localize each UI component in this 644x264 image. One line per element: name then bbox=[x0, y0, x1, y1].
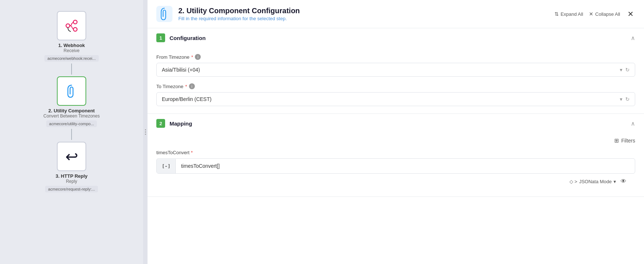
collapse-all-label: Collapse All bbox=[595, 11, 620, 17]
section-mapping-header-left: 2 Mapping bbox=[156, 119, 192, 128]
filters-label: Filters bbox=[621, 138, 635, 144]
section-configuration-header[interactable]: 1 Configuration ∧ bbox=[148, 28, 644, 47]
section-number-1: 1 bbox=[156, 33, 165, 42]
node-box-utility[interactable] bbox=[57, 76, 86, 106]
mapping-type-badge: [-] bbox=[157, 159, 176, 173]
section-configuration: 1 Configuration ∧ From Timezone * i Asia… bbox=[148, 28, 644, 114]
node-box-webhook[interactable] bbox=[57, 11, 86, 40]
node-badge-webhook: acmecore/webhook:recei... bbox=[44, 55, 98, 62]
section-body-configuration: From Timezone * i Asia/Tbilisi (+04) ▾ ↻… bbox=[148, 54, 644, 113]
utility-icon bbox=[66, 84, 77, 98]
form-group-to-timezone: To Timezone * i Europe/Berlin (CEST) ▾ ↻ bbox=[156, 83, 635, 106]
svg-point-1 bbox=[73, 20, 77, 24]
expand-all-button[interactable]: ⇅ Expand All bbox=[554, 11, 583, 17]
eye-button[interactable]: 👁 bbox=[621, 178, 626, 185]
node-subtitle-reply: Reply bbox=[55, 179, 87, 184]
collapse-all-icon: ✕ bbox=[589, 11, 593, 17]
jsonata-mode-button[interactable]: ◇ > JSONata Mode ▾ bbox=[570, 179, 616, 184]
node-utility[interactable]: 2. Utility Component Convert Between Tim… bbox=[43, 76, 99, 127]
to-timezone-required: * bbox=[185, 84, 187, 89]
header-actions: ⇅ Expand All ✕ Collapse All ✕ bbox=[554, 8, 635, 20]
section-mapping: 2 Mapping ∧ ⊞ Filters timesToConvert * [… bbox=[148, 114, 644, 197]
section-chevron-mapping: ∧ bbox=[631, 120, 635, 127]
node-webhook[interactable]: 1. Webhook Receive acmecore/webhook:rece… bbox=[44, 11, 98, 62]
mapping-body: ⊞ Filters timesToConvert * [-] timesToCo… bbox=[148, 137, 644, 196]
filters-icon: ⊞ bbox=[614, 137, 619, 144]
node-subtitle-utility: Convert Between Timezones bbox=[43, 113, 99, 119]
node-badge-reply: acmecore/request-reply:... bbox=[45, 186, 98, 192]
form-group-from-timezone: From Timezone * i Asia/Tbilisi (+04) ▾ ↻ bbox=[156, 54, 635, 77]
to-timezone-select[interactable]: Europe/Berlin (CEST) ▾ ↻ bbox=[156, 92, 635, 106]
panel-utility-icon bbox=[159, 7, 170, 21]
eye-icon: 👁 bbox=[621, 178, 626, 184]
to-timezone-value: Europe/Berlin (CEST) bbox=[162, 96, 211, 102]
node-title-reply: 3. HTTP Reply bbox=[55, 173, 87, 179]
jsonata-chevron-icon: ◇ > bbox=[570, 179, 577, 184]
node-label-webhook: 1. Webhook Receive bbox=[58, 43, 85, 53]
from-timezone-chevron[interactable]: ▾ bbox=[620, 67, 622, 73]
reply-icon: ↩ bbox=[65, 148, 78, 166]
mapping-value: timesToConvert[] bbox=[176, 159, 635, 173]
jsonata-dropdown-icon: ▾ bbox=[614, 179, 616, 184]
to-timezone-label: To Timezone * i bbox=[156, 83, 635, 89]
mapping-row[interactable]: [-] timesToConvert[] bbox=[156, 158, 635, 174]
bottom-bar: ◇ > JSONata Mode ▾ 👁 bbox=[156, 174, 635, 188]
node-label-utility: 2. Utility Component Convert Between Tim… bbox=[43, 108, 99, 119]
mapping-required: * bbox=[191, 150, 193, 155]
collapse-all-button[interactable]: ✕ Collapse All bbox=[589, 11, 620, 17]
from-timezone-refresh[interactable]: ↻ bbox=[625, 67, 630, 73]
panel-subtitle: Fill in the required information for the… bbox=[178, 16, 549, 21]
filters-bar: ⊞ Filters bbox=[156, 137, 635, 144]
main-panel: 2. Utility Component Configuration Fill … bbox=[148, 0, 644, 264]
node-label-reply: 3. HTTP Reply Reply bbox=[55, 173, 87, 184]
from-timezone-label: From Timezone * i bbox=[156, 54, 635, 60]
to-timezone-refresh[interactable]: ↻ bbox=[625, 96, 630, 102]
panel-title: 2. Utility Component Configuration bbox=[178, 7, 549, 15]
jsonata-mode-label: JSONata Mode bbox=[579, 179, 612, 184]
filters-button[interactable]: ⊞ Filters bbox=[614, 137, 635, 144]
section-number-2: 2 bbox=[156, 119, 165, 128]
panel-header-text: 2. Utility Component Configuration Fill … bbox=[178, 7, 549, 21]
svg-point-2 bbox=[73, 28, 77, 31]
connector-2-3 bbox=[71, 129, 72, 140]
close-button[interactable]: ✕ bbox=[626, 8, 635, 20]
node-reply[interactable]: ↩ 3. HTTP Reply Reply acmecore/request-r… bbox=[45, 142, 98, 192]
from-timezone-info-icon[interactable]: i bbox=[195, 54, 201, 60]
expand-all-label: Expand All bbox=[561, 11, 583, 17]
to-timezone-actions: ▾ ↻ bbox=[620, 96, 630, 102]
node-subtitle-webhook: Receive bbox=[58, 48, 85, 53]
webhook-icon bbox=[63, 18, 80, 34]
panel-header-icon bbox=[156, 6, 172, 22]
panel-divider[interactable] bbox=[143, 0, 148, 264]
sidebar: 1. Webhook Receive acmecore/webhook:rece… bbox=[0, 0, 143, 264]
node-title-utility: 2. Utility Component bbox=[43, 108, 99, 113]
svg-point-0 bbox=[66, 24, 70, 28]
to-timezone-info-icon[interactable]: i bbox=[189, 83, 195, 89]
from-timezone-value: Asia/Tbilisi (+04) bbox=[162, 67, 200, 73]
mapping-field-label: timesToConvert * bbox=[156, 150, 635, 155]
expand-all-icon: ⇅ bbox=[554, 11, 559, 17]
section-title-mapping: Mapping bbox=[170, 120, 192, 127]
section-mapping-header[interactable]: 2 Mapping ∧ bbox=[148, 114, 644, 133]
panel-header: 2. Utility Component Configuration Fill … bbox=[148, 0, 644, 28]
from-timezone-required: * bbox=[191, 54, 193, 60]
section-title-configuration: Configuration bbox=[170, 35, 205, 41]
to-timezone-chevron[interactable]: ▾ bbox=[620, 96, 622, 102]
connector-1-2 bbox=[71, 64, 72, 75]
node-box-reply[interactable]: ↩ bbox=[57, 142, 86, 171]
node-badge-utility: acmecore/utility-compo... bbox=[46, 120, 97, 127]
section-chevron-configuration: ∧ bbox=[631, 35, 635, 41]
from-timezone-select[interactable]: Asia/Tbilisi (+04) ▾ ↻ bbox=[156, 63, 635, 77]
node-title-webhook: 1. Webhook bbox=[58, 43, 85, 48]
section-header-left: 1 Configuration bbox=[156, 33, 205, 42]
from-timezone-actions: ▾ ↻ bbox=[620, 67, 630, 73]
